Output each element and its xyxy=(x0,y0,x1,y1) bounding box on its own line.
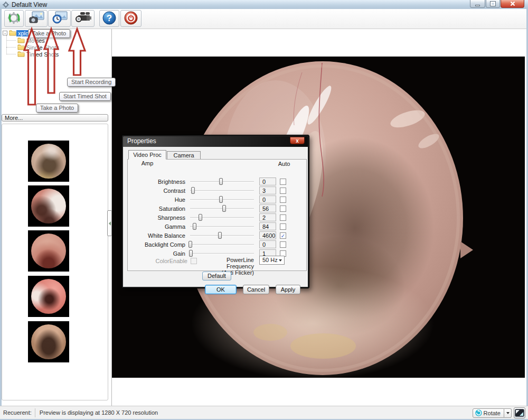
dialog-titlebar[interactable]: Properties x xyxy=(123,136,308,147)
tree-root-row[interactable]: - xplo xyxy=(3,30,30,36)
slider-value-box[interactable]: 3 xyxy=(259,186,276,194)
tab-video-proc-amp[interactable]: Video Proc Amp xyxy=(128,150,166,160)
color-enable-label: ColorEnable xyxy=(125,257,187,265)
slider-track[interactable] xyxy=(190,190,254,191)
default-button[interactable]: Default xyxy=(202,272,231,281)
tooltip-start-recording: Start Recording xyxy=(67,78,116,87)
maximize-icon xyxy=(491,2,495,6)
close-window-button[interactable] xyxy=(501,0,524,8)
ok-button[interactable]: OK xyxy=(205,285,237,294)
slider-track[interactable] xyxy=(190,226,254,227)
help-button[interactable]: ? xyxy=(99,10,119,27)
tree-collapse-icon[interactable]: - xyxy=(3,31,7,35)
slider-value-box[interactable]: 56 xyxy=(259,204,276,212)
slider-value-box[interactable]: 4600 xyxy=(259,231,276,239)
slider-track[interactable] xyxy=(190,253,254,254)
auto-checkbox[interactable] xyxy=(280,188,286,194)
display-toggle-button[interactable] xyxy=(514,407,525,418)
slider-value-box[interactable]: 0 xyxy=(259,240,276,248)
tree-item-single-shots[interactable]: Single Shots xyxy=(17,44,61,51)
auto-checkbox[interactable] xyxy=(280,214,286,221)
record-button[interactable] xyxy=(71,10,95,27)
slider-thumb[interactable] xyxy=(218,232,222,239)
slider-value-box[interactable]: 2 xyxy=(259,213,276,221)
slider-track[interactable] xyxy=(190,181,254,182)
status-separator xyxy=(35,408,35,417)
slider-thumb[interactable] xyxy=(219,196,223,203)
apply-button[interactable]: Apply xyxy=(276,285,300,294)
tree-connector xyxy=(6,35,7,54)
throat-thumbnail[interactable] xyxy=(28,321,69,362)
rotate-label: Rotate xyxy=(484,410,501,416)
slider-value-box[interactable]: 0 xyxy=(259,195,276,203)
maximize-button[interactable] xyxy=(486,0,500,8)
cancel-button[interactable]: Cancel xyxy=(243,285,269,294)
more-button[interactable]: More... xyxy=(2,114,108,122)
slider-thumb[interactable] xyxy=(191,187,195,194)
tooltip-start-timed-shot: Start Timed Shot xyxy=(59,92,111,101)
auto-checkbox[interactable] xyxy=(280,179,286,185)
svg-text:?: ? xyxy=(107,13,112,23)
folder-icon xyxy=(17,51,25,58)
auto-checkbox[interactable] xyxy=(280,197,286,203)
collapse-left-icon xyxy=(109,221,111,226)
window-title: Default View xyxy=(12,1,47,8)
slider-thumb[interactable] xyxy=(222,205,226,212)
status-label: Recuerent: xyxy=(0,409,35,416)
slider-row-hue: Hue0 xyxy=(123,196,303,203)
auto-checkbox[interactable] xyxy=(280,206,286,212)
slider-thumb[interactable] xyxy=(189,250,193,257)
window-titlebar[interactable]: Default View xyxy=(0,0,528,9)
slider-row-sharpness: Sharpness2 xyxy=(123,214,303,221)
minimize-button[interactable] xyxy=(470,0,485,8)
slider-thumb[interactable] xyxy=(188,241,192,248)
slider-label: Hue xyxy=(123,196,185,203)
slider-track[interactable] xyxy=(190,208,254,209)
larynx-thumbnail[interactable] xyxy=(28,230,69,272)
tree-item-timed-shots[interactable]: Timed Shots xyxy=(17,51,60,58)
auto-column-header: Auto xyxy=(277,161,291,167)
slider-track[interactable] xyxy=(190,244,254,245)
slider-row-saturation: Saturation56 xyxy=(123,205,303,212)
settings-refresh-icon xyxy=(7,11,22,26)
close-icon: x xyxy=(296,138,299,144)
color-enable-checkbox[interactable] xyxy=(191,258,197,264)
powerline-frequency-select[interactable]: 50 Hz xyxy=(259,256,285,265)
auto-checkbox[interactable]: ✓ xyxy=(280,232,286,239)
powerline-frequency-value: 50 Hz xyxy=(262,257,278,263)
take-photo-button[interactable] xyxy=(25,10,48,27)
power-icon xyxy=(124,11,138,26)
settings-button[interactable] xyxy=(4,10,24,27)
slider-thumb[interactable] xyxy=(193,223,196,230)
slider-value-box[interactable]: 84 xyxy=(259,222,276,230)
slider-label: Sharpness xyxy=(123,214,185,221)
rotate-button[interactable]: Rotate xyxy=(473,408,504,418)
slider-row-backlight-comp: Backlight Comp0 xyxy=(123,241,303,248)
auto-checkbox[interactable] xyxy=(280,241,286,248)
tab-camera-control[interactable]: Camera Control xyxy=(167,151,201,160)
slider-row-white-balance: White Balance4600✓ xyxy=(123,232,303,239)
rotate-dropdown-button[interactable] xyxy=(504,408,512,418)
timed-shot-button[interactable] xyxy=(48,10,71,27)
dialog-close-button[interactable]: x xyxy=(290,137,305,144)
slider-row-contrast: Contrast3 xyxy=(123,187,303,194)
nasal-cavity-thumbnail[interactable] xyxy=(28,276,69,317)
slider-track[interactable] xyxy=(190,217,254,218)
slider-row-brightness: Brightness0 xyxy=(123,178,303,185)
power-button[interactable] xyxy=(120,10,142,27)
endoscopic-image xyxy=(31,189,66,223)
slider-track[interactable] xyxy=(190,235,254,236)
slider-thumb[interactable] xyxy=(199,214,202,221)
auto-checkbox[interactable] xyxy=(280,223,286,230)
status-bar: Recuerent: Preview is displaying at 1280… xyxy=(0,406,528,419)
slider-value-box[interactable]: 0 xyxy=(259,178,276,185)
slider-track[interactable] xyxy=(190,199,254,200)
ear-canal-thumbnail[interactable] xyxy=(28,141,69,182)
window-controls xyxy=(469,0,524,8)
slider-thumb[interactable] xyxy=(219,178,223,185)
chevron-down-icon xyxy=(506,412,510,414)
panel-collapse-handle[interactable] xyxy=(107,210,112,236)
nasal-passage-thumbnail[interactable] xyxy=(28,185,69,227)
tree-connector xyxy=(6,47,16,48)
slider-label: Contrast xyxy=(123,187,185,194)
